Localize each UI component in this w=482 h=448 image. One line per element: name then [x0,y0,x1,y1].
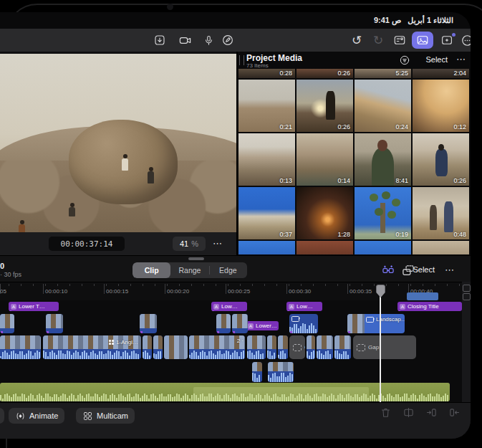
title-badge-icon: A [400,304,405,310]
media-thumbnail[interactable]: 8:41 [355,133,411,186]
primary-clip[interactable] [334,335,351,359]
connected-clip[interactable] [0,314,14,333]
media-thumbnail[interactable]: 1:28 [297,187,353,239]
primary-clip[interactable] [317,335,333,359]
media-thumbnail[interactable] [238,241,295,254]
ruler-tick [167,284,168,286]
connected-clip[interactable] [232,314,248,333]
video-preview[interactable] [0,54,236,232]
title-clip[interactable]: ALow… [286,302,322,311]
connected-clip[interactable]: Landscap… [347,314,405,333]
attach-dot [140,331,143,333]
primary-clip[interactable] [307,335,315,359]
primary-clip[interactable] [143,335,152,359]
clip-label [291,316,299,322]
connected-clip[interactable] [216,314,231,333]
media-thumbnail[interactable]: 0:19 [355,187,411,239]
clip-duration: 0:26 [453,177,466,184]
primary-clip[interactable] [0,335,41,359]
media-thumbnail[interactable]: 2:04 [413,69,469,78]
media-more-icon[interactable]: ⋯ [456,54,466,65]
media-select-button[interactable]: Select [425,55,448,64]
audio-waveform [0,394,450,401]
inspector-icon[interactable] [391,32,408,49]
media-browser-icon[interactable] [412,32,433,49]
tab-range[interactable]: Range [170,262,208,278]
connected-clip[interactable] [46,314,63,333]
effects-icon[interactable] [438,32,456,49]
title-clip[interactable]: AClosing Title [397,302,462,311]
media-thumbnail[interactable]: 5:25 [355,69,411,78]
media-thumbnail[interactable]: 0:37 [238,187,295,239]
media-thumbnail[interactable]: 0:12 [413,80,469,132]
primary-clip[interactable] [267,335,276,359]
clipped-button[interactable] [0,408,4,424]
track-page-icon[interactable] [463,285,471,292]
media-thumbnail[interactable]: 0:28 [238,69,295,78]
animate-button[interactable]: Animate [9,408,64,424]
timeline-ruler[interactable]: 0500:00:1000:00:1500:00:2000:00:2500:00:… [0,282,462,301]
media-thumbnail[interactable]: 0:26 [413,133,469,186]
title-clip[interactable]: ALower… [246,321,279,330]
media-thumbnail[interactable]: 0:24 [355,80,411,132]
gap-clip[interactable]: Gap [353,335,416,359]
media-thumbnail[interactable]: 0:48 [413,187,469,239]
timecode-display[interactable]: 00:00:37:14 [49,237,125,251]
title-clip[interactable]: ALow… [211,302,247,311]
person-silhouette [148,167,154,184]
primary-clip[interactable] [278,335,288,359]
blade-icon[interactable] [403,406,415,419]
record-video-icon[interactable] [176,32,193,49]
insert-before-icon[interactable] [425,406,438,419]
primary-clip[interactable]: 1-Angl… [43,335,141,359]
redo-icon[interactable]: ↻ [370,32,387,49]
media-thumbnail[interactable]: 0:14 [297,133,353,186]
track-page-icon[interactable] [463,293,471,300]
playhead-line[interactable] [380,293,381,402]
timeline-resize-handle[interactable] [188,257,204,260]
media-thumbnail[interactable]: 0:13 [238,133,295,186]
primary-clip[interactable] [164,335,188,359]
trash-icon[interactable] [380,406,392,419]
ruler-tick [289,284,289,286]
connected-clip[interactable] [289,314,318,333]
ruler-tick [57,284,58,286]
connected-clip-bar[interactable] [407,292,438,300]
clip-filmstrip [232,314,248,328]
media-thumbnail[interactable] [413,241,469,254]
connected-audio-clip[interactable] [252,362,262,382]
microphone-icon[interactable] [200,32,217,49]
multicam-button[interactable]: Multicam [76,408,135,424]
timeline-more-icon[interactable]: ⋯ [445,264,455,275]
apple-pencil-icon[interactable] [219,32,236,49]
insert-after-icon[interactable] [448,406,461,419]
clip-duration: 0:14 [337,177,350,184]
tab-clip[interactable]: Clip [132,262,170,278]
timeline-scrollbar[interactable] [462,282,471,402]
connected-audio-clip[interactable] [268,362,294,382]
primary-clip[interactable] [153,335,163,359]
media-thumbnail[interactable] [297,241,353,254]
tab-edge[interactable]: Edge [209,262,247,278]
timeline-select-button[interactable]: Select [413,265,435,274]
gap-clip[interactable]: Gap [289,335,305,359]
media-thumbnail[interactable]: 0:26 [297,80,353,132]
enhance-icon[interactable] [380,262,396,278]
panel-grab-handle[interactable] [239,55,244,65]
viewer-more-icon[interactable]: ⋯ [213,238,223,249]
title-clip[interactable]: ALower T… [9,302,59,311]
filter-icon[interactable] [399,54,410,66]
ruler-tick [45,284,46,286]
zoom-level[interactable]: 41 % [173,237,206,251]
more-icon[interactable] [458,32,471,49]
connected-clip[interactable] [140,314,157,333]
import-icon[interactable] [151,32,168,49]
clip-filmstrip [278,335,288,349]
primary-clip[interactable] [247,335,266,359]
primary-clip[interactable]: 2 · [189,335,245,359]
media-thumbnail[interactable]: 0:21 [238,80,295,132]
audio-clip[interactable] [0,383,450,401]
media-thumbnail[interactable]: 0:26 [297,69,353,78]
undo-icon[interactable]: ↺ [348,32,365,49]
media-thumbnail[interactable] [355,241,411,254]
